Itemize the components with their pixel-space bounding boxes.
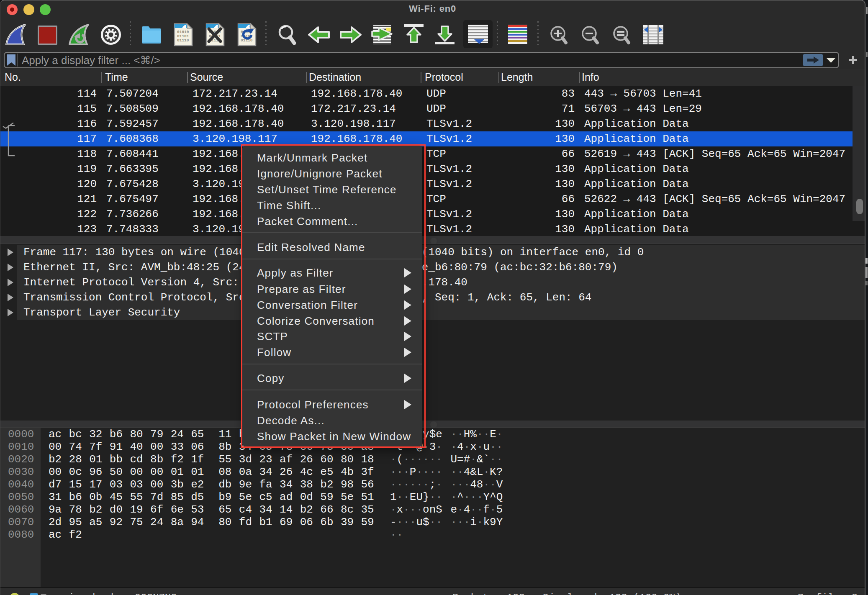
- svg-text:01110: 01110: [177, 38, 189, 43]
